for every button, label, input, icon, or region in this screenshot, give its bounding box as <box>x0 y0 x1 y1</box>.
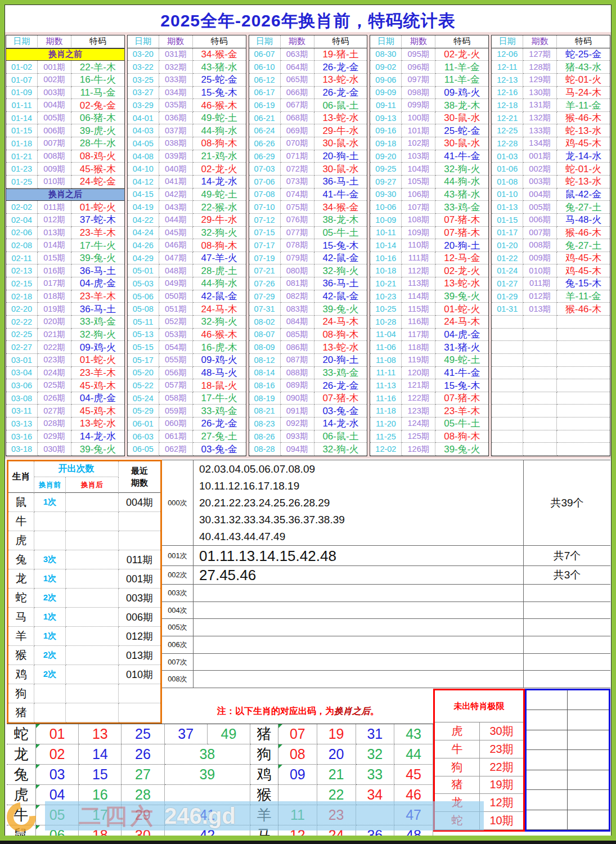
code-cell: 39-兔-火 <box>71 443 124 456</box>
date-cell: 06-17 <box>249 87 281 100</box>
code-cell: 04-虎-金 <box>71 392 124 405</box>
zodiac-cell: 羊 <box>8 627 34 646</box>
period-cell <box>523 430 557 443</box>
code-cell: 30-鼠-水 <box>314 137 367 150</box>
code-cell: 44-狗-水 <box>193 124 246 137</box>
recent-period-header: 最近 期数 <box>119 461 160 493</box>
code-cell: 33-鸡-金 <box>314 367 367 380</box>
period-cell: 001期 <box>38 61 71 74</box>
period-cell: 085期 <box>281 329 314 342</box>
date-cell: 05-22 <box>128 379 159 392</box>
empty-cell <box>527 730 568 750</box>
limit-zodiac: 龙 <box>435 794 480 812</box>
recent-period-cell: 003期 <box>119 589 160 608</box>
code-cell: 21-鸡-水 <box>193 150 246 163</box>
bottom-edge <box>0 841 616 844</box>
count-label: 005次 <box>162 619 194 636</box>
empty-cell <box>568 690 609 710</box>
count-before-cell <box>34 703 66 722</box>
code-cell: 48-马-火 <box>193 367 246 380</box>
period-cell: 074期 <box>281 188 314 201</box>
empty-cell <box>527 810 568 830</box>
period-header: 期数 <box>523 35 557 48</box>
date-cell: 04-24 <box>128 227 159 240</box>
count-total <box>523 585 610 601</box>
empty-blue-box <box>525 689 610 832</box>
date-cell: 01-27 <box>492 277 523 290</box>
map-number <box>278 785 317 805</box>
count-total <box>523 636 610 653</box>
code-cell: 20-狗-土 <box>314 354 367 367</box>
period-table-4: 日期期数特码08-30095期02-龙-火09-02096期11-羊-金09-0… <box>370 35 489 456</box>
date-cell: 06-21 <box>249 112 281 125</box>
period-cell: 123期 <box>402 405 435 417</box>
recent-period-cell <box>119 531 160 550</box>
date-cell: 10-06 <box>370 201 402 214</box>
code-cell: 13-蛇-水 <box>314 74 367 87</box>
after-change-header: 换肖后 <box>66 477 119 493</box>
date-cell: 10-16 <box>370 252 402 265</box>
period-cell: 077期 <box>281 227 314 240</box>
limit-periods: 30期 <box>480 722 523 740</box>
map-number: 39 <box>165 765 250 785</box>
period-header: 期数 <box>38 35 71 48</box>
code-cell: 兔-27-土 <box>557 201 610 214</box>
code-cell: 15-兔-木 <box>314 239 367 252</box>
date-cell: 06-10 <box>249 61 281 74</box>
code-cell: 鸡-45-木 <box>557 252 610 265</box>
date-cell: 06-05 <box>128 443 159 456</box>
map-zodiac: 羊 <box>250 805 278 825</box>
count-after-cell <box>66 646 119 665</box>
date-cell: 10-21 <box>370 277 402 290</box>
date-cell: 08-16 <box>249 379 281 392</box>
date-cell: 07-10 <box>249 201 281 214</box>
date-cell: 01-25 <box>6 176 38 188</box>
zodiac-cell: 鼠 <box>8 493 34 512</box>
code-cell: 32-狗-火 <box>193 227 246 240</box>
code-cell: 28-牛-水 <box>71 137 124 150</box>
code-cell: 23-羊-木 <box>71 367 124 380</box>
code-cell: 17-牛-火 <box>193 392 246 405</box>
period-cell: 007期 <box>38 137 71 150</box>
period-cell: 018期 <box>38 290 71 303</box>
date-cell: 11-25 <box>370 430 402 443</box>
period-table-2: 日期期数特码03-20031期34-猴-金03-22032期43-猪-水03-2… <box>127 35 246 456</box>
date-cell: 01-03 <box>492 150 523 163</box>
code-cell: 01-蛇-火 <box>435 303 488 316</box>
code-cell <box>557 367 610 380</box>
count-after-cell <box>66 512 119 531</box>
date-cell: 09-02 <box>370 61 402 74</box>
code-cell: 13-蛇-水 <box>71 417 124 430</box>
code-cell: 13-蛇-水 <box>314 112 367 125</box>
period-cell: 049期 <box>159 277 193 290</box>
count-after-cell <box>66 589 119 608</box>
code-cell: 45-猴-木 <box>71 163 124 176</box>
period-cell: 066期 <box>281 87 314 100</box>
code-cell: 41-牛-金 <box>314 188 367 201</box>
period-cell: 060期 <box>159 417 193 430</box>
date-cell: 09-13 <box>370 112 402 125</box>
code-cell: 24-马-木 <box>435 316 488 329</box>
code-cell: 49-蛇-土 <box>193 188 246 201</box>
date-cell <box>492 316 523 329</box>
count-row: 006次 <box>162 636 610 654</box>
code-cell: 蛇-13-水 <box>557 124 610 137</box>
map-number: 33 <box>356 765 395 785</box>
map-number: 03 <box>36 765 79 785</box>
period-cell: 056期 <box>159 367 193 380</box>
date-cell: 03-18 <box>6 443 38 456</box>
date-cell: 11-11 <box>370 367 402 380</box>
count-total <box>523 602 610 619</box>
count-after-cell <box>66 608 119 627</box>
period-cell: 012期 <box>38 214 71 227</box>
period-cell: 010期 <box>38 176 71 188</box>
date-cell: 06-01 <box>128 417 159 430</box>
date-cell: 09-11 <box>370 99 402 112</box>
zodiac-number-map-right: 猪07193143狗08203244鸡09213345猴223446羊11234… <box>250 724 433 832</box>
count-numbers <box>194 636 523 653</box>
code-cell: 猴-46-木 <box>557 303 610 316</box>
period-cell: 128期 <box>523 61 557 74</box>
date-cell: 01-31 <box>492 303 523 316</box>
count-row: 008次 <box>162 671 610 688</box>
date-cell <box>492 341 523 354</box>
